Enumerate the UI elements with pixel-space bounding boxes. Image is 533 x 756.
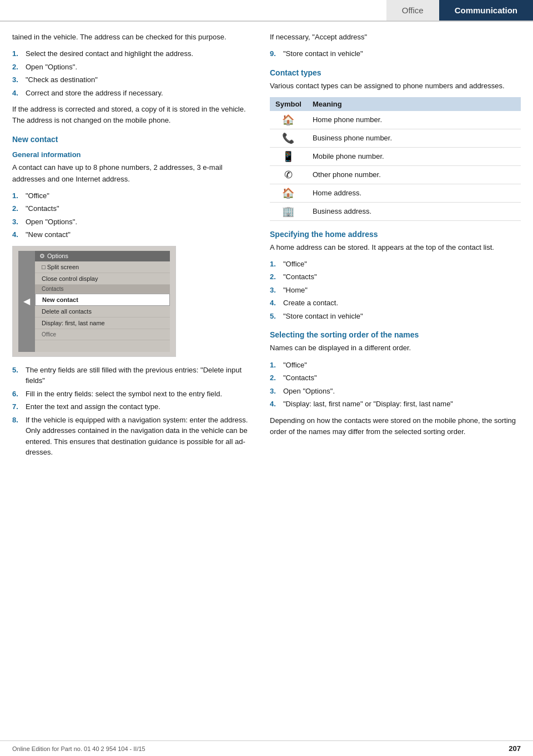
symbol-home-address: 🏠 xyxy=(270,184,307,202)
step-num: 4. xyxy=(12,88,22,99)
step-num: 6. xyxy=(12,389,22,400)
contact-types-table: Symbol Meaning 🏠 Home phone number. 📞 Bu… xyxy=(270,97,521,221)
symbol-business-phone: 📞 xyxy=(270,129,307,147)
main-content: tained in the vehicle. The address can b… xyxy=(0,22,533,469)
menu-item-display: Display: first, last name xyxy=(35,317,170,329)
step-text: If the vehicle is equipped with a naviga… xyxy=(26,415,257,458)
step-text: "Check as destination" xyxy=(26,74,98,85)
footer-left: Online Edition for Part no. 01 40 2 954 … xyxy=(12,745,145,752)
menu-item-new-contact[interactable]: New contact xyxy=(35,294,170,306)
list-item: 1. "Office" xyxy=(270,259,521,270)
step-text: Open "Options". xyxy=(26,216,77,228)
meaning-business-address: Business address. xyxy=(307,202,521,220)
step-text: "Office" xyxy=(26,190,49,201)
steps-a-list: 1. Select the desired contact and highli… xyxy=(12,48,257,98)
step-num: 1. xyxy=(270,259,280,270)
steps-b-list: 1. "Office" 2. "Contacts" 3. Open "Optio… xyxy=(12,190,257,240)
list-item: 2. Open "Options". xyxy=(12,62,257,73)
step-text: "Home" xyxy=(283,285,308,296)
step-text: "New contact" xyxy=(26,229,71,240)
table-header-symbol: Symbol xyxy=(270,97,307,111)
left-column: tained in the vehicle. The address can b… xyxy=(12,32,257,463)
steps-e-list: 1. "Office" 2. "Contacts" 3. Open "Optio… xyxy=(270,360,521,410)
tab-communication[interactable]: Communication xyxy=(439,0,533,21)
step-num: 2. xyxy=(270,372,280,384)
list-item: 2. "Contacts" xyxy=(12,203,257,214)
sorting-note: Depending on how the contacts were store… xyxy=(270,415,521,437)
step-num: 4. xyxy=(12,229,22,240)
step-text: Correct and store the address if necessa… xyxy=(26,88,163,99)
section-contact-types: Contact types xyxy=(270,68,521,77)
step-text: Fill in the entry fields: select the sym… xyxy=(26,389,222,400)
step-text: "Contacts" xyxy=(283,372,317,384)
section-new-contact: New contact xyxy=(12,135,257,144)
page-footer: Online Edition for Part no. 01 40 2 954 … xyxy=(0,740,533,756)
step-text: "Display: last, first name" or "Display:… xyxy=(283,399,453,410)
sub-general: General information xyxy=(12,150,257,159)
step-num: 5. xyxy=(270,311,280,322)
menu-panel: ⚙ Options □ Split screen Close control d… xyxy=(35,251,170,352)
step-num: 2. xyxy=(12,203,22,214)
options-icon: ⚙ xyxy=(39,253,45,260)
step-num: 7. xyxy=(12,401,22,412)
meaning-other-phone: Other phone number. xyxy=(307,165,521,184)
step-text: "Contacts" xyxy=(283,271,317,283)
intro-para: tained in the vehicle. The address can b… xyxy=(12,32,257,43)
step-text: "Store contact in vehicle" xyxy=(283,311,363,322)
list-item: 5. The entry fields are still filled wit… xyxy=(12,365,257,386)
list-item: 3. Open "Options". xyxy=(270,386,521,397)
steps-c-list: 5. The entry fields are still filled wit… xyxy=(12,365,257,458)
contact-types-para: Various contact types can be assigned to… xyxy=(270,80,521,92)
tab-office[interactable]: Office xyxy=(386,0,439,21)
menu-title: Options xyxy=(47,253,68,259)
table-row: 📱 Mobile phone number. xyxy=(270,147,521,165)
list-item: 2. "Contacts" xyxy=(270,271,521,283)
meaning-mobile-phone: Mobile phone number. xyxy=(307,147,521,165)
list-item: 2. "Contacts" xyxy=(270,372,521,384)
step-num: 3. xyxy=(12,216,22,228)
step-num: 3. xyxy=(270,285,280,296)
menu-section-contacts: Contacts xyxy=(35,285,170,294)
step-text: Enter the text and assign the contact ty… xyxy=(26,401,160,412)
step-num: 1. xyxy=(12,190,22,201)
list-item: 9. "Store contact in vehicle" xyxy=(270,48,521,59)
list-item: 1. "Office" xyxy=(270,360,521,371)
meaning-home-address: Home address. xyxy=(307,184,521,202)
menu-item-close: Close control display xyxy=(35,273,170,285)
step-num: 5. xyxy=(12,365,22,386)
step-text: Create a contact. xyxy=(283,298,338,309)
meaning-business-phone: Business phone number. xyxy=(307,129,521,147)
sorting-para: Names can be displayed in a different or… xyxy=(270,342,521,354)
list-item: 6. Fill in the entry fields: select the … xyxy=(12,389,257,400)
symbol-business-address: 🏢 xyxy=(270,202,307,220)
step-text: Open "Options". xyxy=(283,386,335,397)
menu-left-arrow: ◀ xyxy=(18,251,35,352)
step-num: 1. xyxy=(270,360,280,371)
meaning-home-phone: Home phone number. xyxy=(307,111,521,129)
step-num: 3. xyxy=(270,386,280,397)
section-home-address: Specifying the home address xyxy=(270,230,521,239)
list-item: 1. "Office" xyxy=(12,190,257,201)
steps-d-list: 1. "Office" 2. "Contacts" 3. "Home" 4. C… xyxy=(270,259,521,322)
symbol-home-phone: 🏠 xyxy=(270,111,307,129)
step-num: 2. xyxy=(270,271,280,283)
step-text: Select the desired contact and highlight… xyxy=(26,48,193,59)
list-item: 8. If the vehicle is equipped with a nav… xyxy=(12,415,257,458)
step-num: 9. xyxy=(270,48,280,59)
step-text: Open "Options". xyxy=(26,62,77,73)
list-item: 7. Enter the text and assign the contact… xyxy=(12,401,257,412)
step-num: 2. xyxy=(12,62,22,73)
list-item: 4. "Display: last, first name" or "Displ… xyxy=(270,399,521,410)
step9-list: 9. "Store contact in vehicle" xyxy=(270,48,521,59)
table-row: 🏢 Business address. xyxy=(270,202,521,220)
section-sorting: Selecting the sorting order of the names xyxy=(270,330,521,339)
table-row: ✆ Other phone number. xyxy=(270,165,521,184)
step-text: "Office" xyxy=(283,259,307,270)
right-column: If necessary, "Accept address" 9. "Store… xyxy=(270,32,521,463)
home-address-para: A home address can be stored. It appears… xyxy=(270,242,521,253)
page-number: 207 xyxy=(509,744,521,753)
step-num: 1. xyxy=(12,48,22,59)
step-text: The entry fields are still filled with t… xyxy=(26,365,257,386)
step-text: "Contacts" xyxy=(26,203,59,214)
menu-item-split: □ Split screen xyxy=(35,261,170,273)
